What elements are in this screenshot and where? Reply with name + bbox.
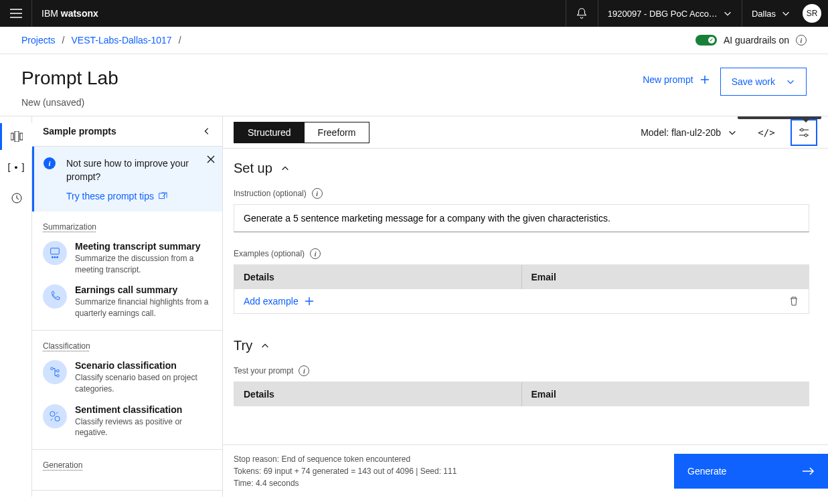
breadcrumb-sep: / [179,35,181,46]
sample-title: Earnings call summary [75,284,212,295]
generate-button[interactable]: Generate [674,454,828,489]
svg-point-11 [57,375,60,377]
guardrails-info-icon[interactable] [796,35,807,46]
try-header-row: Details Email [234,382,809,406]
tree-icon [43,360,67,384]
svg-point-14 [801,129,803,131]
notifications-icon[interactable] [566,0,598,27]
svg-point-8 [56,256,58,258]
rail-sample-prompts[interactable] [0,123,32,150]
tab-structured[interactable]: Structured [234,122,305,143]
examples-info-icon[interactable] [310,248,321,259]
model-parameters-button[interactable] [791,119,817,146]
rail-history[interactable] [0,185,32,212]
examples-header-row: Details Email [234,265,809,289]
col-email: Email [522,265,809,289]
prompt-tip-box: Not sure how to improve your prompt? Try… [32,147,222,212]
sample-sentiment-classification[interactable]: Sentiment classification Classify review… [43,404,212,439]
category-summarization: Summarization [43,222,212,232]
svg-point-9 [51,367,54,370]
svg-point-13 [55,416,60,421]
sample-meeting-transcript[interactable]: Meeting transcript summary Summarize the… [43,241,212,276]
sample-desc: Classify reviews as positive or negative… [75,416,212,439]
svg-point-10 [57,369,60,372]
examples-label: Examples (optional) [234,249,305,258]
breadcrumb-project-name[interactable]: VEST-Labs-Dallas-1017 [71,35,171,46]
new-prompt-button[interactable]: New prompt [643,68,709,92]
try-heading: Try [234,338,252,353]
sentiment-icon [43,404,67,428]
svg-rect-2 [20,133,23,140]
sample-desc: Summarize financial highlights from a qu… [75,297,212,319]
rail-variables[interactable]: [∙] [0,154,32,181]
setup-heading: Set up [234,161,272,176]
try-info-icon[interactable] [299,365,309,376]
collapse-try-icon[interactable] [260,341,270,351]
svg-point-12 [50,411,55,416]
ai-guardrails-label: AI guardrails on [724,35,789,46]
view-code-button[interactable]: </> [753,119,780,146]
category-classification: Classification [43,341,212,351]
svg-point-15 [805,134,807,137]
col-details: Details [234,382,522,406]
hamburger-menu[interactable] [0,0,32,27]
svg-rect-1 [15,131,19,142]
mode-tabs: Structured Freeform [234,122,369,143]
instruction-input[interactable] [234,204,809,232]
sample-scenario-classification[interactable]: Scenario classification Classify scenari… [43,360,212,395]
samples-header: Sample prompts [43,126,202,137]
breadcrumb-sep: / [62,35,65,46]
add-example-button[interactable]: Add example [244,296,313,307]
try-label: Test your prompt [234,366,293,375]
save-work-button[interactable]: Save work [720,68,807,96]
prompt-tips-link[interactable]: Try these prompt tips [66,190,198,203]
model-parameters-tooltip: Model parameters [738,116,821,119]
avatar[interactable]: SR [803,4,821,23]
sample-title: Scenario classification [75,360,212,371]
sample-title: Meeting transcript summary [75,241,212,252]
svg-point-6 [52,256,54,258]
category-generation: Generation [43,460,212,470]
close-tip-icon[interactable] [206,155,216,164]
sample-title: Sentiment classification [75,404,212,415]
instruction-label: Instruction (optional) [234,189,307,198]
delete-example-icon[interactable] [789,296,799,307]
account-switcher[interactable]: 1920097 - DBG PoC Acco… [598,0,742,27]
ai-guardrails-toggle[interactable] [695,35,717,46]
collapse-samples-icon[interactable] [202,127,212,136]
info-icon [44,157,56,169]
model-selector[interactable]: Model: flan-ul2-20b [635,127,742,138]
brand-label: IBM watsonx [32,8,108,19]
sample-desc: Classify scenario based on project categ… [75,372,212,395]
instruction-info-icon[interactable] [312,188,323,199]
svg-point-7 [54,256,56,258]
phone-icon [43,284,67,309]
page-subtitle: New (unsaved) [21,97,643,108]
sample-earnings-call[interactable]: Earnings call summary Summarize financia… [43,284,212,319]
tab-freeform[interactable]: Freeform [305,122,369,143]
sample-desc: Summarize the discussion from a meeting … [75,253,212,276]
svg-rect-5 [51,248,60,254]
page-title: Prompt Lab [21,68,643,89]
collapse-setup-icon[interactable] [280,164,290,173]
tip-text: Not sure how to improve your prompt? [66,157,198,183]
col-details: Details [234,265,522,289]
generation-stats: Stop reason: End of sequence token encou… [223,448,674,495]
presentation-icon [43,241,67,265]
region-switcher[interactable]: Dallas [742,0,800,27]
breadcrumb-projects[interactable]: Projects [21,35,56,46]
col-email: Email [522,382,809,406]
svg-rect-0 [11,133,13,140]
